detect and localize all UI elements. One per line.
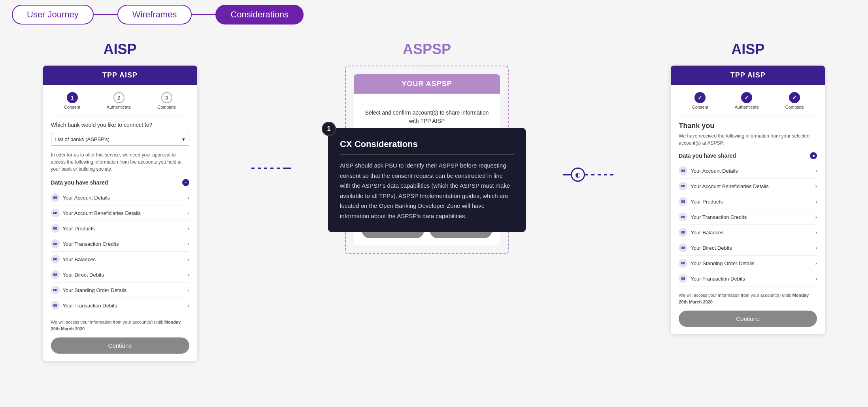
- data-item-1[interactable]: 88Your Account Beneficiaries Details ›: [51, 205, 189, 221]
- chevron-icon-r-3: ›: [815, 214, 817, 220]
- chevron-icon-r-0: ›: [815, 168, 817, 174]
- step-r-1-circle: [694, 92, 706, 103]
- step-r-2: Authenticate: [735, 92, 759, 109]
- data-shared-indicator: −: [182, 179, 189, 186]
- data-icon-r-4: 88: [679, 228, 687, 237]
- data-shared-title-right: Data you have shared: [679, 153, 736, 159]
- data-items-list-left: 88Your Account Details › 88Your Account …: [51, 190, 189, 313]
- chevron-icon-7: ›: [187, 302, 189, 309]
- aisp-right-phone: TPP AISP Consent Authenticate Complete: [671, 66, 825, 334]
- bank-select[interactable]: List of banks (ASPSP's) ▾: [51, 133, 189, 146]
- nav-item-wireframes[interactable]: Wireframes: [117, 5, 192, 24]
- aisp-left-section: AISP TPP AISP 1 Consent 2 Authenticate 3: [43, 41, 197, 361]
- chevron-icon-5: ›: [187, 271, 189, 278]
- data-item-r-2[interactable]: 88Your Products ›: [679, 194, 817, 209]
- nav-item-user-journey[interactable]: User Journey: [12, 5, 94, 24]
- dashed-line-left: [251, 168, 283, 169]
- data-icon-r-1: 88: [679, 182, 687, 190]
- cx-tooltip: 1 CX Considerations AISP should ask PSU …: [328, 128, 526, 232]
- step-r-3-label: Complete: [785, 105, 804, 109]
- chevron-icon-r-5: ›: [815, 245, 817, 251]
- tooltip-title: CX Considerations: [340, 139, 514, 155]
- data-item-0[interactable]: 88Your Account Details ›: [51, 190, 189, 205]
- bank-select-text: List of banks (ASPSP's): [55, 136, 110, 142]
- data-item-r-7[interactable]: 88Your Transaction Debits ›: [679, 271, 817, 286]
- aisp-right-stepper: Consent Authenticate Complete: [679, 92, 817, 115]
- step-1: 1 Consent: [64, 92, 80, 109]
- data-icon-r-2: 88: [679, 197, 687, 206]
- thankyou-title: Thank you: [679, 122, 817, 130]
- aisp-left-phone-header: TPP AISP: [43, 66, 197, 85]
- chevron-icon-2: ›: [187, 225, 189, 232]
- data-icon-r-5: 88: [679, 243, 687, 252]
- chevron-icon-3: ›: [187, 241, 189, 247]
- chevron-icon-r-2: ›: [815, 198, 817, 205]
- data-item-r-4[interactable]: 88Your Balances ›: [679, 225, 817, 240]
- step-r-3-circle: [789, 92, 800, 103]
- aspsp-section: ASPSP YOUR ASPSP Select and confirm acco…: [345, 41, 509, 254]
- footer-text-right: We will access your information from you…: [679, 292, 817, 305]
- data-item-3[interactable]: 88Your Transaction Credits ›: [51, 236, 189, 252]
- footer-text-left: We will access your information from you…: [51, 319, 189, 332]
- data-icon-0: 88: [51, 193, 60, 202]
- nav-item-considerations[interactable]: Considerations: [215, 5, 304, 24]
- aspsp-label: ASPSP: [403, 41, 451, 58]
- connector-right: ◐: [563, 41, 617, 182]
- step-2: 2 Authenticate: [107, 92, 131, 109]
- data-shared-row: Data you have shared −: [51, 179, 189, 186]
- data-icon-r-7: 88: [679, 274, 687, 283]
- bank-question: Which bank would you like to connect to?: [51, 122, 189, 128]
- continue-button-left[interactable]: Contiune: [51, 337, 189, 354]
- data-icon-3: 88: [51, 239, 60, 248]
- chevron-icon-r-6: ›: [815, 260, 817, 266]
- data-items-list-right: 88Your Account Details › 88Your Account …: [679, 163, 817, 286]
- step-r-1: Consent: [692, 92, 708, 109]
- data-icon-r-0: 88: [679, 166, 687, 175]
- data-icon-r-6: 88: [679, 259, 687, 268]
- step-1-label: Consent: [64, 105, 80, 109]
- aisp-left-phone: TPP AISP 1 Consent 2 Authenticate 3 Comp…: [43, 66, 197, 361]
- chevron-icon-0: ›: [187, 194, 189, 201]
- data-icon-4: 88: [51, 255, 60, 264]
- data-item-r-0[interactable]: 88Your Account Details ›: [679, 163, 817, 179]
- data-item-2[interactable]: 88Your Products ›: [51, 221, 189, 236]
- line-segment-right: [563, 174, 571, 175]
- chevron-icon-r-1: ›: [815, 183, 817, 189]
- step-2-circle: 2: [113, 92, 125, 103]
- step-1-circle: 1: [67, 92, 78, 103]
- data-item-r-3[interactable]: 88Your Transaction Credits ›: [679, 209, 817, 225]
- data-item-6[interactable]: 88Your Standing Order Details ›: [51, 283, 189, 298]
- chevron-icon-r-4: ›: [815, 229, 817, 236]
- data-item-4[interactable]: 88Your Balances ›: [51, 252, 189, 267]
- connector-left: [251, 41, 291, 169]
- chevron-icon-4: ›: [187, 256, 189, 262]
- step-3-label: Complete: [157, 105, 176, 109]
- data-item-r-1[interactable]: 88Your Account Beneficiaries Details ›: [679, 179, 817, 194]
- data-icon-1: 88: [51, 209, 60, 217]
- thankyou-text: We have received the following informati…: [679, 132, 817, 147]
- data-item-5[interactable]: 88Your Direct Debits ›: [51, 267, 189, 283]
- data-shared-row-right: Data you have shared ●: [679, 152, 817, 159]
- chevron-icon-1: ›: [187, 210, 189, 216]
- tooltip-number: 1: [322, 122, 336, 136]
- data-icon-6: 88: [51, 286, 60, 294]
- line-segment: [283, 168, 291, 169]
- data-icon-2: 88: [51, 224, 60, 233]
- chevron-down-icon: ▾: [182, 136, 185, 142]
- data-icon-5: 88: [51, 270, 60, 279]
- continue-button-right[interactable]: Contiune: [679, 311, 817, 327]
- aisp-right-section: AISP TPP AISP Consent Authenticate: [671, 41, 825, 334]
- data-item-r-6[interactable]: 88Your Standing Order Details ›: [679, 256, 817, 271]
- consent-description: In oder for us to offer this service, we…: [51, 151, 189, 173]
- aisp-right-phone-body: Consent Authenticate Complete Thank you …: [671, 85, 825, 334]
- step-r-1-label: Consent: [692, 105, 708, 109]
- top-navigation: User Journey Wireframes Considerations: [0, 0, 868, 29]
- tooltip-text: AISP should ask PSU to identify their AS…: [340, 160, 514, 221]
- data-item-r-5[interactable]: 88Your Direct Debits ›: [679, 240, 817, 256]
- step-r-3: Complete: [785, 92, 804, 109]
- aspsp-phone-header: YOUR ASPSP: [354, 74, 500, 94]
- data-item-7[interactable]: 88Your Transaction Debits ›: [51, 298, 189, 313]
- chevron-icon-r-7: ›: [815, 275, 817, 282]
- main-content: AISP TPP AISP 1 Consent 2 Authenticate 3: [0, 29, 868, 373]
- step-r-2-circle: [741, 92, 752, 103]
